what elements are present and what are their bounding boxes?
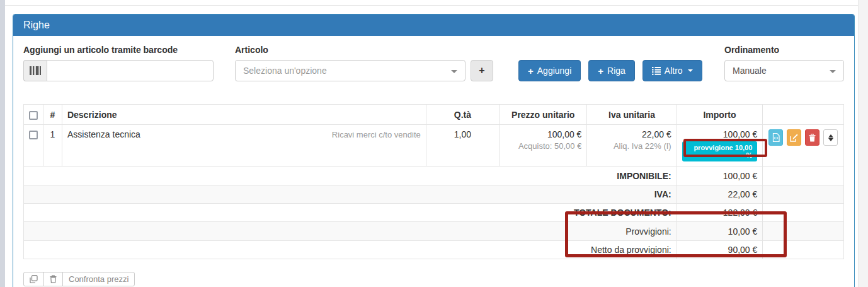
ordinamento-group: Ordinamento Manuale [724,45,844,81]
total-value: 122,00 € [677,204,763,222]
sidebar-edge-strip [0,0,5,287]
add-article-button[interactable]: + [471,60,493,81]
plus-icon: + [528,66,534,76]
total-value: 100,00 € [677,167,763,185]
total-label: TOTALE DOCUMENTO: [24,204,677,222]
ordinamento-select[interactable]: Manuale [724,60,844,81]
duplicate-rows-button[interactable] [23,272,44,286]
row-account: Ricavi merci c/to vendite [332,130,421,139]
add-article-form: Aggiungi un articolo tramite barcode [23,45,844,81]
articolo-label: Articolo [235,45,493,55]
barcode-group: Aggiungi un articolo tramite barcode [23,45,214,81]
row-vat-note: Aliq. Iva 22% (I) [592,141,671,151]
row-unit-price: 100,00 € [505,129,581,139]
panel-title: Righe [23,20,50,31]
top-divider [5,5,858,6]
row-description-cell: Assistenza tecnica Ricavi merci c/to ven… [62,125,426,167]
panel-body: Aggiungi un articolo tramite barcode [13,36,854,287]
total-label: IVA: [24,185,677,204]
total-row-iva: IVA: 22,00 € [24,185,844,204]
row-unit-vat-cell: 22,00 € Aliq. Iva 22% (I) [587,125,677,167]
row-amount: 100,00 € [682,129,758,139]
total-row-totale-documento: TOTALE DOCUMENTO: 122,00 € [24,204,844,222]
row-unit-vat: 22,00 € [592,129,671,139]
delete-rows-button[interactable] [43,272,63,286]
compare-prices-button[interactable]: Confronta prezzi [62,272,135,286]
articolo-group: Articolo Seleziona un'opzione + [235,45,493,81]
total-value: 10,00 € [677,222,763,241]
row-action-buttons: + Aggiungi + Riga [518,60,702,81]
barcode-label: Aggiungi un articolo tramite barcode [23,45,214,55]
col-unit-price: Prezzo unitario [500,105,587,125]
row-amount-cell: 100,00 € provvigione 10,00 % [677,125,763,167]
row-actions-cell [763,125,844,167]
row-select-cell [24,125,43,167]
col-qty: Q.tà [426,105,499,125]
file-code-icon[interactable] [768,129,783,146]
total-row-netto-provvigioni: Netto da provvigioni: 90,00 € [24,241,844,259]
col-unit-vat: Iva unitaria [587,105,677,125]
row-purchase-note: Acquisto: 50,00 € [505,141,581,151]
ordinamento-select-value: Manuale [733,66,767,76]
select-all-cell [24,105,43,125]
total-label: IMPONIBILE: [24,167,677,185]
total-row-imponibile: IMPONIBILE: 100,00 € [24,167,844,185]
barcode-icon [23,60,47,81]
riga-button[interactable]: + Riga [588,60,635,81]
barcode-input[interactable] [47,60,214,81]
articolo-select-placeholder: Seleziona un'opzione [243,66,327,76]
ordinamento-label: Ordinamento [724,45,844,55]
table-header-row: # Descrizione Q.tà Prezzo unitario Iva u… [24,105,844,125]
select-all-checkbox[interactable] [29,111,38,120]
row-unit-price-cell: 100,00 € Acquisto: 50,00 € [500,125,587,167]
trash-icon[interactable] [805,129,819,146]
caret-down-icon [451,70,457,73]
plus-icon: + [479,65,484,76]
edit-icon[interactable] [787,129,801,146]
panel-header: Righe [13,15,854,36]
total-value: 22,00 € [677,185,763,204]
row-number: 1 [43,125,62,167]
trash-icon [50,275,57,283]
list-icon [652,67,661,75]
table-row: 1 Assistenza tecnica Ricavi merci c/to v… [24,125,844,167]
col-description: Descrizione [62,105,426,125]
caret-down-icon [830,70,836,73]
plus-icon: + [598,66,603,76]
scrollbar-track[interactable] [858,0,868,287]
altro-dropdown-button[interactable]: Altro [642,60,702,81]
footer-button-group: Confronta prezzi [23,272,844,286]
sort-icon[interactable] [823,129,838,146]
commission-badge: provvigione 10,00 % [682,141,758,161]
row-qty: 1,00 [426,125,499,167]
total-label: Provvigioni: [24,222,677,241]
row-checkbox[interactable] [29,131,38,139]
total-label: Netto da provvigioni: [24,241,677,259]
aggiungi-button[interactable]: + Aggiungi [518,60,581,81]
righe-panel: Righe Aggiungi un articolo tramite barco… [13,14,855,287]
col-number: # [43,105,62,125]
page: Righe Aggiungi un articolo tramite barco… [0,0,868,287]
total-value: 90,00 € [677,241,763,259]
col-amount: Importo [677,105,763,125]
articolo-select[interactable]: Seleziona un'opzione [235,60,465,81]
row-description: Assistenza tecnica [67,129,140,139]
caret-down-icon [688,69,693,72]
clone-icon [30,275,38,283]
righe-table: # Descrizione Q.tà Prezzo unitario Iva u… [23,104,844,259]
total-row-provvigioni: Provvigioni: 10,00 € [24,222,844,241]
col-actions [763,105,844,125]
